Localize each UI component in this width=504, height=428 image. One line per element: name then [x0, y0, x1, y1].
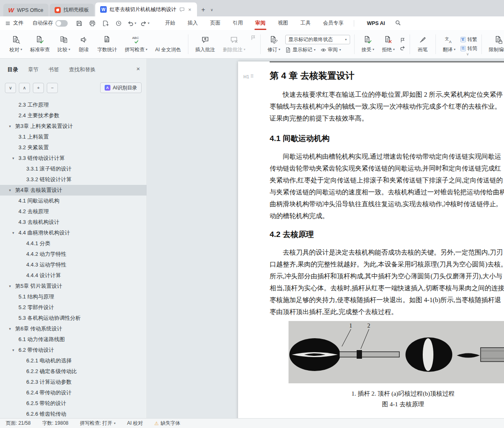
toc-item[interactable]: ▾第5章 切片装置设计 — [0, 281, 147, 291]
menu-review[interactable]: 审阅 — [249, 16, 272, 30]
toc-item[interactable]: 5.2 零部件设计 — [0, 302, 147, 313]
toc-item[interactable]: 3.3.2 链轮设计计算 — [0, 174, 147, 185]
chevron-expand-icon[interactable]: ▾ — [12, 231, 18, 235]
comment-nav-button[interactable] — [250, 35, 256, 41]
toc-item[interactable]: 4.2 去核原理 — [0, 206, 147, 217]
toc-item[interactable]: ▾4.4 曲柄滑块机构设计 — [0, 228, 147, 238]
heading-drag-handle[interactable]: H1⠿ — [243, 74, 254, 79]
insert-comment-button[interactable]: 插入批注 — [192, 32, 218, 57]
history-button[interactable] — [114, 18, 124, 28]
sidebar-tab-sections[interactable]: 章节 — [28, 66, 39, 73]
compare-button[interactable]: 比较▾ — [55, 32, 73, 57]
ai-polish-button[interactable]: AI 全文润色 — [152, 32, 184, 57]
reject-change-button[interactable]: 拒绝▾ — [379, 32, 398, 57]
toc-item-current[interactable]: ▾第4章 去核装置设计 — [0, 185, 147, 196]
zoom-out-toc-button[interactable]: − — [47, 83, 58, 93]
proofread-button[interactable]: 校对▾ — [7, 32, 25, 57]
menu-tools[interactable]: 工具 — [294, 16, 317, 30]
markup-state-dropdown[interactable]: 显示标记的最终状态 ▾ — [285, 35, 350, 44]
toc-item[interactable]: 4.4.2 动力学特性 — [0, 249, 147, 260]
toc-item[interactable]: 2.3 工作原理 — [0, 100, 147, 110]
chevron-expand-icon[interactable]: ▾ — [9, 188, 15, 192]
show-markup-button[interactable]: 显示标记 ▾ — [285, 46, 316, 53]
toc-item[interactable]: 6.2.2 确定各级传动比 — [0, 366, 147, 377]
toc-item[interactable]: 5.3 各机构运动协调性分析 — [0, 313, 147, 323]
toc-item[interactable]: 6.2.6 锥齿轮传动 — [0, 409, 147, 418]
to-traditional-button[interactable]: 繁转繁 — [460, 36, 477, 43]
review-pane-button[interactable]: 审阅 ▾ — [321, 46, 341, 53]
menu-view[interactable]: 视图 — [272, 16, 294, 30]
sidebar-tab-find-replace[interactable]: 查找和替换 — [69, 66, 96, 73]
spell-check-button[interactable]: ABC 拼写检查▾ — [122, 32, 150, 57]
tab-list-chevron-icon[interactable]: ∨ — [208, 5, 215, 15]
toc-item[interactable]: 6.1 动力传递路线图 — [0, 334, 147, 345]
document-page[interactable]: H1⠿ 第 4 章 去核装置设计 快速去核要求红枣在输送工位的停歇位置,即如图 … — [238, 61, 504, 418]
tab-wps-office[interactable]: W WPS Office — [3, 4, 48, 16]
menu-page[interactable]: 页面 — [204, 16, 227, 30]
zoom-in-toc-button[interactable]: + — [33, 83, 44, 93]
toc-item[interactable]: ▾6.2 带传动设计 — [0, 345, 147, 355]
ai-recognize-toc-button[interactable]: A AI识别目录 — [100, 82, 142, 93]
toc-item[interactable]: 3.3.1 滚子链的设计 — [0, 164, 147, 174]
sidebar-tab-bookmarks[interactable]: 书签 — [48, 66, 59, 73]
previous-change-button[interactable] — [400, 37, 405, 43]
toc-item[interactable]: 6.2.1 电动机的选择 — [0, 355, 147, 366]
search-icon[interactable] — [395, 20, 401, 27]
chevron-expand-icon[interactable]: ▾ — [9, 124, 15, 128]
delete-comment-button[interactable]: 删除批注▾ — [220, 32, 248, 57]
toc-item[interactable]: 3.1 上料装置 — [0, 132, 147, 142]
missing-font-warning[interactable]: ⚠ 缺失字体 — [154, 420, 180, 427]
accept-change-button[interactable]: 接受▾ — [359, 32, 377, 57]
toc-item[interactable]: 2.4 主要技术参数 — [0, 110, 147, 121]
toc-item[interactable]: 6.2.4 带传动的设计 — [0, 387, 147, 398]
menu-reference[interactable]: 引用 — [227, 16, 249, 30]
toc-item[interactable]: 5.1 结构与原理 — [0, 291, 147, 302]
menu-insert[interactable]: 插入 — [181, 16, 204, 30]
figure-4-1[interactable]: 1 2 — [289, 321, 504, 383]
toc-item[interactable]: 6.2.3 计算运动参数 — [0, 377, 147, 387]
read-aloud-button[interactable]: 朗读 — [75, 32, 92, 57]
autosave-toggle[interactable] — [55, 20, 68, 27]
translate-button[interactable]: 文A 翻译▾ — [440, 32, 458, 57]
ink-brush-button[interactable]: 画笔 — [414, 32, 431, 57]
close-sidebar-icon[interactable]: × — [136, 65, 140, 72]
chevron-expand-icon[interactable]: ▾ — [12, 348, 18, 352]
chevron-expand-icon[interactable]: ▾ — [12, 156, 18, 160]
track-changes-button[interactable]: 修订▾ — [265, 32, 283, 57]
toc-item[interactable]: 3.2 夹紧装置 — [0, 142, 147, 153]
spell-check-status[interactable]: 拼写检查: 打开 ▾ — [80, 420, 116, 427]
chevron-expand-icon[interactable]: ▾ — [9, 327, 15, 331]
toc-item[interactable]: 4.4.1 分类 — [0, 238, 147, 249]
wps-ai-button[interactable]: WPS AI — [358, 20, 385, 26]
undo-button[interactable]: ▾ — [127, 18, 137, 28]
close-tab-icon[interactable]: × — [188, 7, 192, 13]
toc-item[interactable]: ▾第3章 上料夹紧装置设计 — [0, 121, 147, 132]
menu-home[interactable]: 开始 — [159, 16, 181, 30]
toc-item[interactable]: ▾第6章 传动系统设计 — [0, 323, 147, 334]
toc-item[interactable]: 4.4.3 运动学特性 — [0, 260, 147, 270]
toc-item[interactable]: 4.4.4 设计计算 — [0, 270, 147, 281]
tab-docer-templates[interactable]: 找稻壳模板 — [50, 4, 94, 16]
toc-item[interactable]: ▾3.3 链传动设计计算 — [0, 153, 147, 164]
toc-item[interactable]: 4.3 去核机构设计 — [0, 217, 147, 228]
new-tab-button[interactable]: + — [198, 5, 208, 15]
export-button[interactable] — [101, 18, 110, 28]
sidebar-tab-toc[interactable]: 目录 — [7, 66, 18, 73]
tab-current-document[interactable]: W 红枣去核切片机机械结构设计 × — [95, 2, 197, 16]
redo-button[interactable]: ▾ — [140, 18, 150, 28]
standard-review-button[interactable]: 标准审查 — [27, 32, 53, 57]
collapse-all-button[interactable]: ∨ — [5, 83, 16, 93]
next-change-button[interactable] — [400, 45, 405, 51]
print-button[interactable] — [87, 18, 97, 28]
toc-item[interactable]: 6.2.5 带轮的设计 — [0, 398, 147, 409]
collapse-ribbon-icon[interactable]: ∨ — [466, 52, 469, 56]
toc-item[interactable]: 4.1 间歇运动机构 — [0, 196, 147, 206]
word-count-button[interactable]: 123 字数统计 — [94, 32, 120, 57]
expand-all-button[interactable]: ∧ — [19, 83, 30, 93]
restrict-editing-button[interactable]: 限制编辑 — [486, 32, 504, 57]
file-menu-button[interactable]: 文件 — [0, 16, 28, 30]
save-button[interactable] — [74, 18, 84, 28]
ai-proofread-button[interactable]: AI 校对 — [127, 420, 143, 427]
to-simplified-button[interactable]: 简转简 — [460, 45, 477, 52]
menu-membership[interactable]: 会员专享 — [317, 16, 350, 30]
